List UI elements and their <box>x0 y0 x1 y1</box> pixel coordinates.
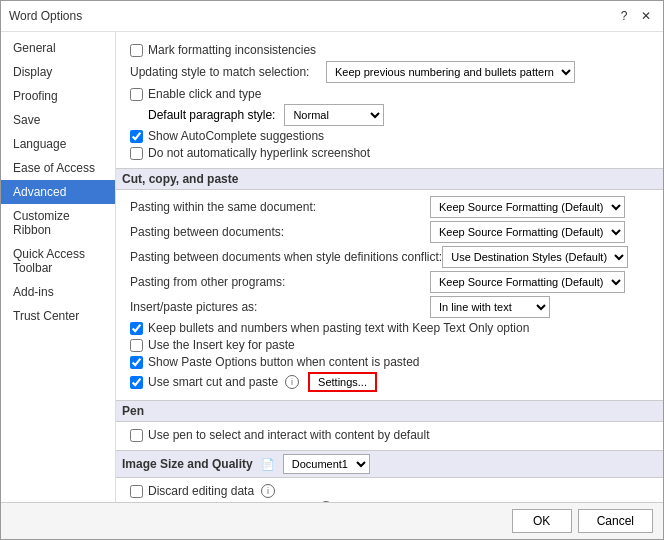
sidebar-item-advanced[interactable]: Advanced <box>1 180 115 204</box>
default-paragraph-select[interactable]: Normal <box>284 104 384 126</box>
sidebar-item-save[interactable]: Save <box>1 108 115 132</box>
image-quality-header-label: Image Size and Quality <box>122 457 253 471</box>
show-paste-options-label: Show Paste Options button when content i… <box>148 355 420 369</box>
updating-style-row: Updating style to match selection: Keep … <box>130 61 649 83</box>
keep-bullets-checkbox[interactable] <box>130 322 143 335</box>
pasting-other-label: Pasting from other programs: <box>130 275 430 289</box>
sidebar-item-customize-ribbon[interactable]: Customize Ribbon <box>1 204 115 242</box>
sidebar-item-language[interactable]: Language <box>1 132 115 156</box>
discard-editing-row: Discard editing data i <box>130 484 649 498</box>
word-options-dialog: Word Options ? ✕ General Display Proofin… <box>0 0 664 540</box>
sidebar-item-general[interactable]: General <box>1 36 115 60</box>
sidebar-item-quick-access[interactable]: Quick Access Toolbar <box>1 242 115 280</box>
document-icon: 📄 <box>261 458 275 471</box>
pasting-same-doc-select[interactable]: Keep Source Formatting (Default) Keep Te… <box>430 196 625 218</box>
use-pen-row: Use pen to select and interact with cont… <box>130 428 649 442</box>
enable-click-type-label: Enable click and type <box>148 87 261 101</box>
no-hyperlink-checkbox[interactable] <box>130 147 143 160</box>
keep-bullets-row: Keep bullets and numbers when pasting te… <box>130 321 649 335</box>
mark-formatting-row: Mark formatting inconsistencies <box>130 43 649 57</box>
smart-cut-row: Use smart cut and paste i Settings... <box>130 372 649 392</box>
dialog-body: General Display Proofing Save Language E… <box>1 32 663 502</box>
mark-formatting-checkbox[interactable] <box>130 44 143 57</box>
use-insert-key-checkbox[interactable] <box>130 339 143 352</box>
cancel-button[interactable]: Cancel <box>578 509 653 533</box>
use-insert-key-label: Use the Insert key for paste <box>148 338 295 352</box>
smart-cut-info-icon[interactable]: i <box>285 375 299 389</box>
title-bar: Word Options ? ✕ <box>1 1 663 32</box>
ok-button[interactable]: OK <box>512 509 572 533</box>
use-pen-checkbox[interactable] <box>130 429 143 442</box>
no-hyperlink-label: Do not automatically hyperlink screensho… <box>148 146 370 160</box>
sidebar-item-add-ins[interactable]: Add-ins <box>1 280 115 304</box>
pasting-same-doc-row: Pasting within the same document: Keep S… <box>130 196 649 218</box>
no-hyperlink-row: Do not automatically hyperlink screensho… <box>130 146 649 160</box>
updating-style-label: Updating style to match selection: <box>130 65 320 79</box>
sidebar: General Display Proofing Save Language E… <box>1 32 116 502</box>
image-quality-doc-select[interactable]: Document1 <box>283 454 370 474</box>
pasting-conflict-select[interactable]: Use Destination Styles (Default) Keep So… <box>442 246 628 268</box>
discard-editing-checkbox[interactable] <box>130 485 143 498</box>
show-paste-options-checkbox[interactable] <box>130 356 143 369</box>
use-insert-key-row: Use the Insert key for paste <box>130 338 649 352</box>
dialog-title: Word Options <box>9 9 82 23</box>
insert-paste-pictures-label: Insert/paste pictures as: <box>130 300 430 314</box>
smart-cut-label: Use smart cut and paste <box>148 375 278 389</box>
help-button[interactable]: ? <box>615 7 633 25</box>
pasting-other-select[interactable]: Keep Source Formatting (Default) Keep Te… <box>430 271 625 293</box>
updating-style-select[interactable]: Keep previous numbering and bullets patt… <box>326 61 575 83</box>
pen-header: Pen <box>116 400 663 422</box>
show-paste-options-row: Show Paste Options button when content i… <box>130 355 649 369</box>
show-autocomplete-checkbox[interactable] <box>130 130 143 143</box>
discard-editing-label: Discard editing data <box>148 484 254 498</box>
discard-editing-info-icon[interactable]: i <box>261 484 275 498</box>
default-paragraph-row: Default paragraph style: Normal <box>148 104 649 126</box>
pasting-between-docs-label: Pasting between documents: <box>130 225 430 239</box>
keep-bullets-label: Keep bullets and numbers when pasting te… <box>148 321 529 335</box>
smart-cut-checkbox[interactable] <box>130 376 143 389</box>
sidebar-item-display[interactable]: Display <box>1 60 115 84</box>
sidebar-item-ease-of-access[interactable]: Ease of Access <box>1 156 115 180</box>
image-quality-section-header: Image Size and Quality 📄 Document1 <box>116 450 663 478</box>
close-button[interactable]: ✕ <box>637 7 655 25</box>
pasting-conflict-row: Pasting between documents when style def… <box>130 246 649 268</box>
cut-copy-paste-header: Cut, copy, and paste <box>116 168 663 190</box>
enable-click-type-row: Enable click and type <box>130 87 649 101</box>
pasting-conflict-label: Pasting between documents when style def… <box>130 250 442 264</box>
pasting-between-docs-select[interactable]: Keep Source Formatting (Default) Keep Te… <box>430 221 625 243</box>
pasting-between-docs-row: Pasting between documents: Keep Source F… <box>130 221 649 243</box>
insert-paste-pictures-select[interactable]: In line with text Square Tight <box>430 296 550 318</box>
enable-click-type-checkbox[interactable] <box>130 88 143 101</box>
dialog-footer: OK Cancel <box>1 502 663 539</box>
show-autocomplete-label: Show AutoComplete suggestions <box>148 129 324 143</box>
sidebar-item-proofing[interactable]: Proofing <box>1 84 115 108</box>
main-content: Mark formatting inconsistencies Updating… <box>116 32 663 502</box>
show-autocomplete-row: Show AutoComplete suggestions <box>130 129 649 143</box>
default-paragraph-label: Default paragraph style: <box>148 108 275 122</box>
mark-formatting-label: Mark formatting inconsistencies <box>148 43 316 57</box>
sidebar-item-trust-center[interactable]: Trust Center <box>1 304 115 328</box>
use-pen-label: Use pen to select and interact with cont… <box>148 428 430 442</box>
pasting-other-row: Pasting from other programs: Keep Source… <box>130 271 649 293</box>
title-bar-buttons: ? ✕ <box>615 7 655 25</box>
settings-button[interactable]: Settings... <box>308 372 377 392</box>
insert-paste-pictures-row: Insert/paste pictures as: In line with t… <box>130 296 649 318</box>
pasting-same-doc-label: Pasting within the same document: <box>130 200 430 214</box>
